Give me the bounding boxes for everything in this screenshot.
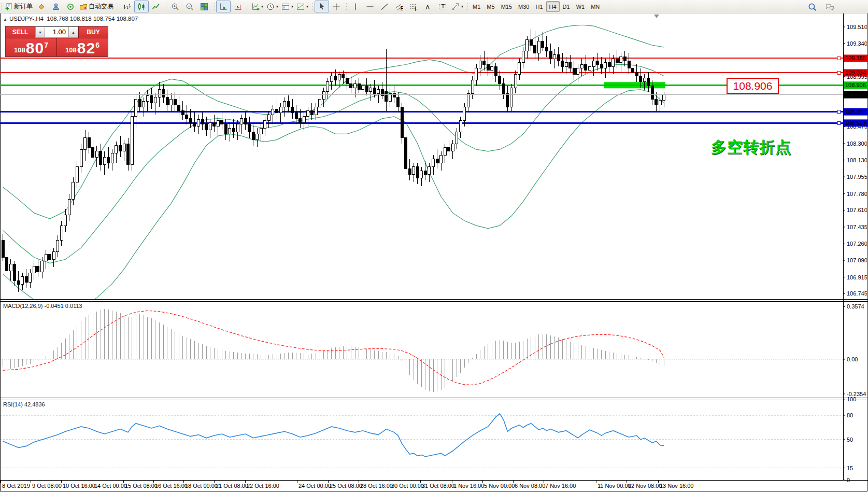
macd-axis: 0.35740.00-0.2354 xyxy=(843,303,866,397)
buy-price-pip: 6 xyxy=(95,41,99,49)
toolbar-group: ▾▾▾▾ xyxy=(247,1,311,13)
svg-text:15: 15 xyxy=(847,465,853,471)
level-lines[interactable] xyxy=(0,57,843,124)
chart-title: ▲USDJPY-,H4 108.768 108.818 108.754 108.… xyxy=(3,16,138,22)
signals-button[interactable] xyxy=(63,1,78,12)
svg-text:108.513: 108.513 xyxy=(845,120,866,126)
svg-text:106.745: 106.745 xyxy=(847,290,867,297)
timeframe-toolbar: M1M5M15M30H1H4D1W1MN xyxy=(466,1,604,13)
buy-button[interactable]: BUY xyxy=(79,26,108,38)
volume-input[interactable]: 1.00 xyxy=(45,26,68,38)
tf-m15[interactable]: M15 xyxy=(498,1,515,12)
svg-text:108.906: 108.906 xyxy=(845,82,866,88)
crosshair-button[interactable] xyxy=(329,1,344,12)
profiles-button[interactable]: ▾ xyxy=(295,1,310,12)
tile-windows-button[interactable] xyxy=(197,1,211,12)
sell-price-big: 80 xyxy=(26,40,44,56)
svg-text:100: 100 xyxy=(847,396,856,402)
volume-up-button[interactable]: ▲ xyxy=(68,26,78,38)
text-label-button[interactable]: T xyxy=(435,1,450,12)
svg-text:0.00: 0.00 xyxy=(847,356,858,362)
templates-button[interactable]: ▾ xyxy=(280,1,295,12)
tf-w1[interactable]: W1 xyxy=(573,1,588,12)
svg-text:8 Oct 2019: 8 Oct 2019 xyxy=(2,483,30,489)
buy-price-button[interactable]: 108 82 6 xyxy=(57,38,108,57)
search-button[interactable] xyxy=(805,1,819,13)
volume-down-button[interactable]: ▼ xyxy=(35,26,45,38)
zoom-out-icon xyxy=(186,3,194,11)
sell-price-base: 108 xyxy=(14,46,25,54)
new-order-button-label: 新订单 xyxy=(14,1,33,12)
chart-candles-button[interactable] xyxy=(134,1,149,12)
svg-text:109.510: 109.510 xyxy=(847,24,867,30)
svg-text:25 Oct 08:00: 25 Oct 08:00 xyxy=(330,483,362,489)
clock-icon xyxy=(266,3,275,11)
channel-icon: E xyxy=(395,3,403,11)
indicators-button[interactable]: ▾ xyxy=(250,1,265,12)
tf-h4[interactable]: H4 xyxy=(546,1,560,12)
tiles-icon xyxy=(200,3,208,11)
channel-button[interactable]: E xyxy=(392,1,406,12)
accounts-button[interactable] xyxy=(49,1,63,12)
hline-icon xyxy=(366,3,374,11)
chart-shift-button[interactable] xyxy=(231,1,245,12)
periods-button[interactable]: ▾ xyxy=(265,1,280,12)
zoom-out-button[interactable] xyxy=(182,1,197,12)
auto-trading-button-label: 自动交易 xyxy=(89,1,113,12)
chart-line-button[interactable] xyxy=(149,1,163,12)
time-axis[interactable]: 8 Oct 20199 Oct 08:0010 Oct 16:0014 Oct … xyxy=(1,480,694,489)
cursor-button[interactable] xyxy=(315,1,329,12)
new-order-icon xyxy=(5,3,13,11)
toolbar-group xyxy=(165,1,213,13)
sell-price-button[interactable]: 108 80 7 xyxy=(6,38,57,57)
zoom-in-button[interactable] xyxy=(168,1,182,12)
collapse-arrow-icon[interactable]: ▲ xyxy=(3,17,7,22)
profile-icon xyxy=(52,3,60,11)
one-click-trading-panel: SELL ▼ 1.00 ▲ BUY 108 80 7 108 82 6 xyxy=(5,26,108,57)
price-axis[interactable]: 109.510109.340108.995108.475108.300108.1… xyxy=(843,24,868,297)
tf-mn[interactable]: MN xyxy=(588,1,603,12)
auto-scroll-button[interactable] xyxy=(216,1,231,12)
svg-text:31 Oct 08:00: 31 Oct 08:00 xyxy=(422,483,454,489)
search-icon xyxy=(808,3,817,11)
tf-m5[interactable]: M5 xyxy=(483,1,497,12)
svg-text:28 Oct 16:00: 28 Oct 16:00 xyxy=(360,483,393,489)
price-chart[interactable]: 109.510109.340108.995108.475108.300108.1… xyxy=(0,0,868,492)
svg-text:107.610: 107.610 xyxy=(847,207,867,213)
macd-pane xyxy=(0,309,843,392)
svg-text:15 Oct 08:00: 15 Oct 08:00 xyxy=(125,483,158,489)
svg-text:21 Oct 08:00: 21 Oct 08:00 xyxy=(216,483,248,489)
svg-text:24 Oct 00:00: 24 Oct 00:00 xyxy=(298,483,331,489)
svg-text:109.185: 109.185 xyxy=(845,55,866,61)
tf-h1[interactable]: H1 xyxy=(532,1,546,12)
price-callout-box[interactable]: 108.906 xyxy=(727,78,779,94)
svg-text:7 Nov 16:00: 7 Nov 16:00 xyxy=(545,483,576,489)
text-button[interactable]: A xyxy=(421,1,435,12)
svg-text:16 Oct 16:00: 16 Oct 16:00 xyxy=(155,483,188,489)
autotrade-icon xyxy=(79,3,88,11)
chart-bars-button[interactable] xyxy=(120,1,134,12)
main-toolbar: 新订单自动交易▾▾▾▾EFAT▾M1M5M15M30H1H4D1W1MN xyxy=(0,0,868,13)
new-order-button[interactable]: 新订单 xyxy=(3,1,34,12)
shapes-button[interactable]: ▾ xyxy=(450,1,465,12)
shift-marker-icon[interactable] xyxy=(654,15,659,18)
svg-text:107.780: 107.780 xyxy=(847,191,867,197)
toolbar-group: 新订单自动交易 xyxy=(0,1,117,13)
tf-m30[interactable]: M30 xyxy=(515,1,532,12)
svg-text:10 Oct 16:00: 10 Oct 16:00 xyxy=(63,483,95,489)
fibonacci-button[interactable]: F xyxy=(406,1,421,12)
horizontal-line-button[interactable] xyxy=(363,1,377,12)
label-icon: T xyxy=(438,3,447,11)
trendline-button[interactable] xyxy=(377,1,392,12)
tf-m1[interactable]: M1 xyxy=(469,1,483,12)
tf-d1[interactable]: D1 xyxy=(560,1,573,12)
sell-button[interactable]: SELL xyxy=(6,26,35,38)
svg-text:12 Nov 08:00: 12 Nov 08:00 xyxy=(628,483,662,489)
vertical-line-button[interactable] xyxy=(348,1,363,12)
auto-trading-button[interactable]: 自动交易 xyxy=(78,1,115,12)
svg-text:1 Nov 16:00: 1 Nov 16:00 xyxy=(453,483,484,489)
chat-button[interactable] xyxy=(822,1,837,13)
market-watch-button[interactable] xyxy=(34,1,49,12)
svg-text:109.340: 109.340 xyxy=(847,40,867,47)
svg-text:0.3574: 0.3574 xyxy=(847,303,864,310)
